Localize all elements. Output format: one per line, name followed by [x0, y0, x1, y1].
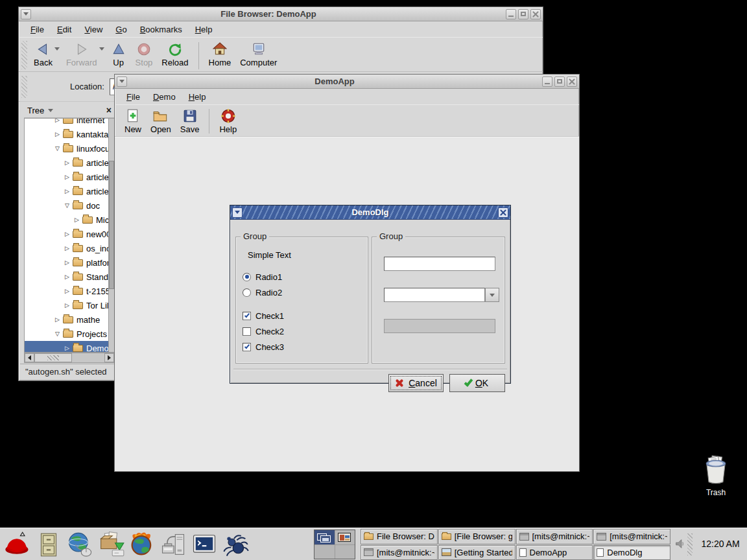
scroll-right-button[interactable]: [104, 353, 114, 362]
forward-button[interactable]: Forward: [62, 40, 102, 68]
expander-expanded-icon[interactable]: ▽: [63, 202, 71, 209]
tree-item[interactable]: ▽doc: [25, 198, 108, 213]
workspace-3[interactable]: [314, 545, 335, 559]
taskbar-window-button[interactable]: [mits@mitnick:~: [361, 545, 438, 560]
cancel-button[interactable]: Cancel: [388, 374, 444, 392]
tree-item[interactable]: ▷mathe: [25, 312, 108, 327]
menu-edit[interactable]: Edit: [51, 23, 78, 36]
volume-applet[interactable]: [674, 538, 686, 552]
tree-item[interactable]: ▷internet: [25, 118, 108, 127]
bug-tool-button[interactable]: [220, 530, 250, 559]
save-button[interactable]: Save: [176, 106, 204, 135]
expander-expanded-icon[interactable]: ▽: [53, 145, 62, 152]
tree-item[interactable]: ▷Mic: [25, 213, 108, 227]
expander-collapsed-icon[interactable]: ▷: [63, 288, 71, 294]
back-dropdown-button[interactable]: [54, 47, 60, 51]
combo-box[interactable]: [384, 288, 499, 302]
tree-item[interactable]: ▷platfor: [25, 255, 108, 270]
back-button[interactable]: Back: [29, 40, 57, 68]
taskbar-window-button[interactable]: File Browser: De: [361, 529, 438, 544]
text-entry[interactable]: [384, 257, 495, 271]
terminal-button[interactable]: [189, 530, 219, 559]
expander-collapsed-icon[interactable]: ▷: [63, 274, 71, 280]
expander-collapsed-icon[interactable]: ▷: [53, 316, 62, 323]
maximize-button[interactable]: [518, 9, 528, 19]
trash-desktop-icon[interactable]: Trash: [695, 455, 737, 497]
menu-help[interactable]: Help: [189, 23, 219, 36]
window-menu-button[interactable]: [232, 207, 243, 218]
checkbox-check2[interactable]: Check2: [243, 325, 284, 337]
expander-collapsed-icon[interactable]: ▷: [63, 188, 71, 194]
tree-item[interactable]: ▽linuxfocu: [25, 141, 108, 156]
tree-item[interactable]: ▷new00: [25, 227, 108, 241]
tree-item[interactable]: ▷Tor Lil: [25, 298, 108, 312]
expander-collapsed-icon[interactable]: ▷: [73, 216, 81, 223]
combo-entry[interactable]: [384, 288, 485, 302]
demoapp-titlebar[interactable]: DemoApp: [115, 75, 579, 89]
new-button[interactable]: New: [120, 106, 146, 135]
side-pane-title[interactable]: Tree: [27, 106, 44, 115]
close-button[interactable]: [498, 207, 508, 218]
menu-help[interactable]: Help: [182, 90, 213, 104]
expander-collapsed-icon[interactable]: ▷: [53, 131, 62, 137]
minimize-button[interactable]: [506, 9, 516, 19]
workspace-4[interactable]: [335, 545, 355, 559]
tree-item[interactable]: ▷t-2155: [25, 284, 108, 298]
tree-item-selected[interactable]: ▷Demo: [25, 341, 108, 353]
taskbar-window-button[interactable]: [mits@mitnick:~: [593, 529, 670, 544]
tree-item[interactable]: ▷article: [25, 170, 108, 184]
menu-file[interactable]: File: [120, 90, 147, 104]
expander-collapsed-icon[interactable]: ▷: [63, 345, 71, 351]
maximize-button[interactable]: [554, 76, 565, 87]
stop-button[interactable]: Stop: [131, 40, 158, 68]
tree-item[interactable]: ▷kantakta: [25, 127, 108, 141]
toolbar-drag-handle[interactable]: [21, 41, 27, 69]
expander-collapsed-icon[interactable]: ▷: [53, 118, 62, 123]
scrollbar-thumb[interactable]: [109, 161, 114, 289]
forward-dropdown-button[interactable]: [99, 47, 104, 51]
reload-button[interactable]: Reload: [157, 40, 193, 68]
workspace-1-active[interactable]: [314, 530, 335, 544]
ok-button[interactable]: OK: [449, 374, 505, 392]
combo-dropdown-button[interactable]: [485, 288, 499, 302]
up-button[interactable]: Up: [106, 40, 131, 68]
menu-bookmarks[interactable]: Bookmarks: [134, 23, 189, 36]
help-button[interactable]: Help: [215, 106, 241, 135]
menu-view[interactable]: View: [78, 23, 109, 36]
taskbar-window-button-active[interactable]: DemoDlg: [593, 545, 670, 560]
expander-collapsed-icon[interactable]: ▷: [63, 174, 71, 180]
red-hat-menu-button[interactable]: [3, 530, 32, 559]
computer-button[interactable]: Computer: [235, 40, 281, 68]
tree-item[interactable]: ▷Standa: [25, 270, 108, 284]
tree-item[interactable]: ▷article: [25, 156, 108, 170]
expander-collapsed-icon[interactable]: ▷: [63, 231, 71, 237]
tree-item[interactable]: ▽Projects: [25, 327, 108, 341]
location-drag-handle[interactable]: [21, 76, 27, 98]
radio-radio2[interactable]: Radio2: [243, 286, 282, 298]
file-browser-titlebar[interactable]: File Browser: DemoApp: [19, 7, 543, 21]
side-pane-selector-icon[interactable]: [48, 109, 53, 112]
taskbar-window-button[interactable]: [File Browser: gt: [438, 529, 516, 544]
menu-go[interactable]: Go: [109, 23, 133, 36]
home-button[interactable]: Home: [204, 40, 236, 68]
mozilla-browser-button[interactable]: [127, 530, 157, 559]
expander-collapsed-icon[interactable]: ▷: [63, 259, 71, 266]
minimize-button[interactable]: [542, 76, 552, 87]
tree-item[interactable]: ▷os_inc: [25, 241, 108, 255]
taskbar-window-button[interactable]: [Getting Started: [438, 545, 516, 560]
expander-collapsed-icon[interactable]: ▷: [63, 159, 71, 166]
taskbar-window-button[interactable]: [mits@mitnick:~: [516, 529, 593, 544]
expander-collapsed-icon[interactable]: ▷: [63, 245, 71, 251]
panel-drag-handle[interactable]: [687, 533, 693, 555]
close-button[interactable]: [567, 76, 577, 87]
window-menu-button[interactable]: [117, 76, 127, 87]
expander-collapsed-icon[interactable]: ▷: [63, 302, 71, 309]
hardware-config-button[interactable]: [158, 530, 188, 559]
tree-item[interactable]: ▷article: [25, 184, 108, 198]
demodlg-titlebar[interactable]: DemoDlg: [230, 205, 510, 220]
tree-horizontal-scrollbar[interactable]: [24, 353, 115, 363]
taskbar-window-button[interactable]: DemoApp: [516, 545, 593, 560]
scroll-left-button[interactable]: [25, 353, 34, 362]
menu-demo[interactable]: Demo: [147, 90, 182, 104]
checkbox-check3[interactable]: Check3: [243, 341, 284, 353]
